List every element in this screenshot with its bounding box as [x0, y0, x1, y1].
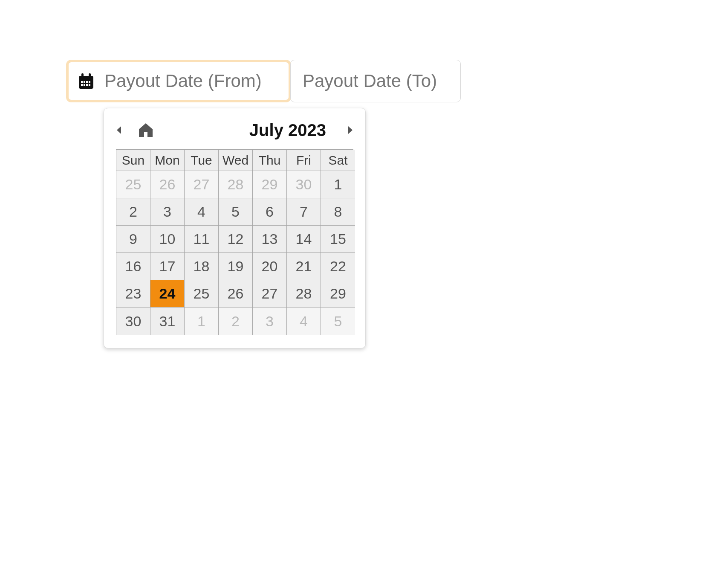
calendar-day[interactable]: 16: [116, 253, 150, 280]
weekday-header: Fri: [287, 150, 321, 171]
svg-rect-8: [84, 84, 85, 86]
svg-rect-7: [81, 84, 83, 86]
weekday-header: Sat: [321, 150, 355, 171]
payout-date-from-field[interactable]: [66, 60, 291, 102]
calendar-day[interactable]: 13: [253, 226, 287, 253]
calendar-day[interactable]: 26: [219, 280, 253, 308]
calendar-day-other-month[interactable]: 5: [321, 308, 355, 335]
calendar-day-other-month[interactable]: 2: [219, 308, 253, 335]
calendar-day[interactable]: 11: [185, 226, 219, 253]
calendar-day[interactable]: 23: [116, 280, 150, 308]
weekday-header: Sun: [116, 150, 150, 171]
weekday-header: Mon: [150, 150, 185, 171]
weekday-header: Tue: [185, 150, 219, 171]
svg-marker-11: [117, 126, 121, 134]
svg-rect-10: [89, 84, 90, 86]
calendar-day[interactable]: 19: [219, 253, 253, 280]
payout-date-to-input[interactable]: [302, 70, 449, 92]
calendar-day-other-month[interactable]: 29: [253, 171, 287, 198]
calendar-day[interactable]: 10: [150, 226, 185, 253]
calendar-day[interactable]: 18: [185, 253, 219, 280]
calendar-day[interactable]: 1: [321, 171, 355, 198]
svg-rect-5: [86, 81, 88, 83]
calendar-day[interactable]: 2: [116, 198, 150, 226]
calendar-day[interactable]: 17: [150, 253, 185, 280]
calendar-day[interactable]: 31: [150, 308, 185, 335]
svg-rect-9: [86, 84, 88, 86]
payout-date-from-input[interactable]: [104, 70, 279, 92]
svg-rect-3: [81, 81, 83, 83]
calendar-day[interactable]: 4: [185, 198, 219, 226]
calendar-day[interactable]: 21: [287, 253, 321, 280]
calendar-icon: [78, 73, 94, 90]
calendar-day[interactable]: 5: [219, 198, 253, 226]
calendar-day[interactable]: 12: [219, 226, 253, 253]
date-picker-header: July 2023: [116, 119, 353, 142]
calendar-day-other-month[interactable]: 26: [150, 171, 185, 198]
date-range-inputs: [66, 60, 728, 102]
calendar-day[interactable]: 28: [287, 280, 321, 308]
home-icon[interactable]: [137, 122, 154, 138]
svg-marker-12: [348, 126, 352, 134]
calendar-day[interactable]: 6: [253, 198, 287, 226]
calendar-day[interactable]: 15: [321, 226, 355, 253]
calendar-day-other-month[interactable]: 3: [253, 308, 287, 335]
calendar-grid: SunMonTueWedThuFriSat2526272829301234567…: [116, 149, 353, 335]
calendar-day[interactable]: 27: [253, 280, 287, 308]
calendar-day[interactable]: 29: [321, 280, 355, 308]
calendar-day-other-month[interactable]: 28: [219, 171, 253, 198]
calendar-day[interactable]: 3: [150, 198, 185, 226]
svg-rect-6: [89, 81, 90, 83]
calendar-day-other-month[interactable]: 25: [116, 171, 150, 198]
calendar-day-other-month[interactable]: 27: [185, 171, 219, 198]
calendar-day[interactable]: 22: [321, 253, 355, 280]
calendar-day-today[interactable]: 24: [150, 280, 185, 308]
calendar-day-other-month[interactable]: 30: [287, 171, 321, 198]
calendar-day-other-month[interactable]: 4: [287, 308, 321, 335]
date-picker-popup: July 2023 SunMonTueWedThuFriSat252627282…: [104, 108, 366, 348]
calendar-day[interactable]: 9: [116, 226, 150, 253]
prev-month-button[interactable]: [116, 125, 124, 136]
calendar-day[interactable]: 30: [116, 308, 150, 335]
calendar-day-other-month[interactable]: 1: [185, 308, 219, 335]
calendar-day[interactable]: 8: [321, 198, 355, 226]
next-month-button[interactable]: [347, 125, 353, 135]
payout-date-to-field[interactable]: [290, 60, 461, 102]
svg-rect-2: [89, 73, 91, 78]
weekday-header: Wed: [219, 150, 253, 171]
calendar-day[interactable]: 14: [287, 226, 321, 253]
svg-rect-1: [81, 73, 84, 78]
calendar-day[interactable]: 25: [185, 280, 219, 308]
calendar-day[interactable]: 7: [287, 198, 321, 226]
svg-rect-4: [84, 81, 85, 83]
calendar-day[interactable]: 20: [253, 253, 287, 280]
month-year-title[interactable]: July 2023: [154, 121, 347, 140]
weekday-header: Thu: [253, 150, 287, 171]
